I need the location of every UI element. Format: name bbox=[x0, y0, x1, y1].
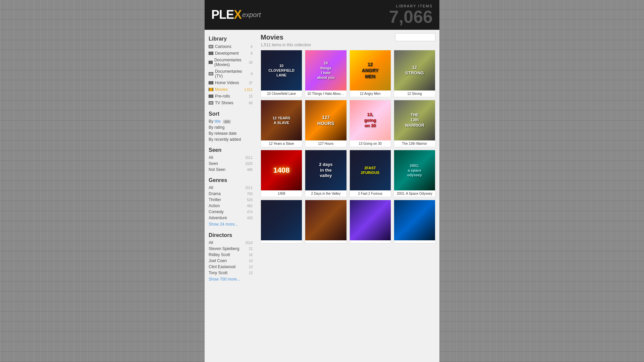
sidebar-label-movies: Movies bbox=[215, 87, 228, 92]
logo: PLEX export bbox=[211, 8, 261, 22]
movie-title-13-going: 13 Going on 30 bbox=[350, 140, 391, 147]
sort-by-release[interactable]: By release date bbox=[205, 130, 257, 136]
movie-card-p1[interactable] bbox=[261, 200, 302, 243]
sidebar-count-tv-shows: 66 bbox=[249, 101, 253, 105]
genre-adventure-label: Adventure bbox=[209, 216, 227, 220]
sort-by-recent[interactable]: By recently added bbox=[205, 136, 257, 142]
poster-text: 2FAST2FURIOUS bbox=[360, 164, 381, 177]
sidebar-item-doc-movies[interactable]: Documentaries (Movies) 33 bbox=[205, 57, 257, 68]
genre-drama-label: Drama bbox=[209, 191, 221, 196]
director-spielberg[interactable]: Steven Spielberg 21 bbox=[205, 246, 257, 252]
sort-by-rating[interactable]: By rating bbox=[205, 124, 257, 130]
show-more-genres[interactable]: Show 24 more... bbox=[205, 221, 257, 228]
film-icon bbox=[209, 88, 213, 91]
genre-action-count: 482 bbox=[247, 204, 253, 208]
movie-card-p3[interactable] bbox=[350, 200, 391, 243]
movie-card-12-years[interactable]: 12 YEARSA SLAVE 12 Years a Slave bbox=[261, 100, 302, 147]
director-ridley-count: 16 bbox=[249, 253, 253, 257]
director-eastwood-count: 13 bbox=[249, 265, 253, 269]
seen-notseen-label: Not Seen bbox=[209, 167, 225, 172]
genre-adventure[interactable]: Adventure 420 bbox=[205, 215, 257, 221]
director-all-label: All bbox=[209, 240, 213, 245]
movie-title-12-years: 12 Years a Slave bbox=[261, 140, 302, 147]
genre-comedy-label: Comedy bbox=[209, 209, 224, 214]
poster-text: 12 YEARSA SLAVE bbox=[271, 114, 292, 127]
director-coen[interactable]: Joel Coen 14 bbox=[205, 258, 257, 264]
poster-text: 2 daysin thevalley bbox=[318, 161, 334, 180]
director-eastwood[interactable]: Clint Eastwood 13 bbox=[205, 264, 257, 270]
logo-x: X bbox=[234, 8, 241, 21]
movie-card-2-days[interactable]: 2 daysin thevalley 2 Days in the Valley bbox=[305, 150, 346, 197]
sort-release-label: By release date bbox=[209, 131, 236, 136]
sidebar-label-doc-movies: Documentaries (Movies) bbox=[214, 58, 249, 67]
genre-drama[interactable]: Drama 700 bbox=[205, 191, 257, 197]
genres-section-title: Genres bbox=[205, 175, 257, 185]
seen-not-seen[interactable]: Not Seen 486 bbox=[205, 167, 257, 173]
genre-action[interactable]: Action 482 bbox=[205, 203, 257, 209]
sort-recent-label: By recently added bbox=[209, 137, 241, 142]
director-all-count: 1510 bbox=[245, 241, 253, 245]
poster-text: 12STRONG bbox=[404, 63, 425, 77]
movie-card-13th-warrior[interactable]: THE13thWARRIOR The 13th Warrior bbox=[394, 100, 435, 147]
sidebar-item-cartoons[interactable]: Cartoons 6 bbox=[205, 43, 257, 50]
movie-card-p4[interactable] bbox=[394, 200, 435, 243]
sidebar-item-doc-tv[interactable]: Documentaries (TV) 9 bbox=[205, 68, 257, 79]
movie-card-1408[interactable]: 1408 1408 bbox=[261, 150, 302, 197]
sidebar-item-development[interactable]: Development 8 bbox=[205, 50, 257, 57]
poster-text: 2001:a spaceodyssey bbox=[406, 162, 423, 179]
movie-title-2-days: 2 Days in the Valley bbox=[305, 190, 346, 197]
poster-text: 1408 bbox=[272, 164, 291, 177]
director-ridley[interactable]: Ridley Scott 16 bbox=[205, 252, 257, 258]
poster-text: 10thingsI hateabout you bbox=[316, 59, 336, 81]
sort-by-title[interactable]: By title 880 bbox=[205, 118, 257, 124]
sidebar-count-doc-tv: 9 bbox=[251, 72, 253, 76]
movie-poster-2-fast: 2FAST2FURIOUS bbox=[350, 150, 391, 190]
genre-all-label: All bbox=[209, 185, 213, 190]
movie-poster-12-angry: 12ANGRYMEN bbox=[350, 50, 391, 90]
director-tony[interactable]: Tony Scott 12 bbox=[205, 270, 257, 276]
sidebar-item-movies[interactable]: Movies 1,511 bbox=[205, 86, 257, 93]
header: PLEX export LIBRARY ITEMS 7,066 bbox=[205, 0, 439, 30]
movie-card-10-cloverfield[interactable]: 10CLOVERFIELDLANE 10 Cloverfield Lane bbox=[261, 50, 302, 97]
movie-poster-10-cloverfield: 10CLOVERFIELDLANE bbox=[261, 50, 302, 90]
genre-adventure-count: 420 bbox=[247, 216, 253, 220]
movie-poster-2001: 2001:a spaceodyssey bbox=[394, 150, 435, 190]
seen-all[interactable]: All 1511 bbox=[205, 155, 257, 161]
movie-title-p3 bbox=[350, 240, 391, 243]
sidebar-item-home-videos[interactable]: Home Videos 37 bbox=[205, 79, 257, 86]
genre-all-count: 1511 bbox=[245, 186, 253, 190]
search-input[interactable] bbox=[395, 33, 435, 41]
seen-all-count: 1511 bbox=[245, 156, 253, 160]
movie-card-2001[interactable]: 2001:a spaceodyssey 2001: A Space Odysse… bbox=[394, 150, 435, 197]
movie-title-127-hours: 127 Hours bbox=[305, 140, 346, 147]
movie-card-13-going[interactable]: 13,goingon 30 13 Going on 30 bbox=[350, 100, 391, 147]
monitor-icon bbox=[209, 72, 213, 75]
movie-poster-p1 bbox=[261, 200, 302, 240]
sidebar-item-pre-rolls[interactable]: Pre-rolls 15 bbox=[205, 93, 257, 100]
seen-seen[interactable]: Seen 1025 bbox=[205, 161, 257, 167]
director-all[interactable]: All 1510 bbox=[205, 240, 257, 246]
film-icon bbox=[209, 61, 213, 64]
sidebar: Library Cartoons 6 Development 8 Documen… bbox=[205, 30, 257, 362]
genre-thriller-count: 526 bbox=[247, 198, 253, 202]
movie-card-p2[interactable] bbox=[305, 200, 346, 243]
genre-all[interactable]: All 1511 bbox=[205, 185, 257, 191]
show-more-directors[interactable]: Show 700 more... bbox=[205, 276, 257, 283]
sidebar-label-cartoons: Cartoons bbox=[215, 44, 231, 49]
sidebar-count-doc-movies: 33 bbox=[249, 61, 253, 64]
sidebar-label-home-videos: Home Videos bbox=[215, 80, 239, 85]
sidebar-label-tv-shows: TV Shows bbox=[215, 101, 233, 105]
movie-card-10-things[interactable]: 10thingsI hateabout you 10 Things I Hate… bbox=[305, 50, 346, 97]
movie-poster-p4 bbox=[394, 200, 435, 240]
sidebar-item-tv-shows[interactable]: TV Shows 66 bbox=[205, 100, 257, 106]
genre-comedy[interactable]: Comedy 474 bbox=[205, 209, 257, 215]
movies-grid: 10CLOVERFIELDLANE 10 Cloverfield Lane 10… bbox=[261, 50, 435, 243]
app-container: PLEX export LIBRARY ITEMS 7,066 Library … bbox=[205, 0, 439, 362]
movie-poster-2-days: 2 daysin thevalley bbox=[305, 150, 346, 190]
movie-card-12-angry[interactable]: 12ANGRYMEN 12 Angry Men bbox=[350, 50, 391, 97]
genre-thriller[interactable]: Thriller 526 bbox=[205, 197, 257, 203]
movie-card-127-hours[interactable]: 127HOURS 127 Hours bbox=[305, 100, 346, 147]
movie-card-12-strong[interactable]: 12STRONG 12 Strong bbox=[394, 50, 435, 97]
movie-card-2-fast[interactable]: 2FAST2FURIOUS 2 Fast 2 Furious bbox=[350, 150, 391, 197]
collection-count: 1,511 items in this collection bbox=[261, 43, 435, 47]
